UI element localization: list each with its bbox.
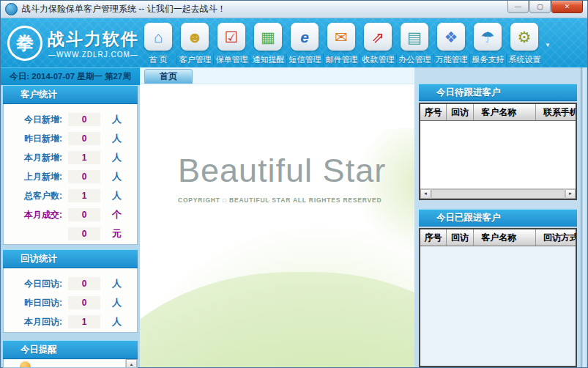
stat-label: 本月成交:: [4, 209, 62, 221]
table-header-row: 序号 回访 客户名称 联系手机: [420, 104, 576, 121]
scrollbar-thumb[interactable]: [431, 189, 565, 199]
title-bar: 战斗力保险保单客户管理系统 -- 让我们一起去战斗！ — ▢ ✕: [1, 1, 587, 18]
nav-label: 系统设置: [506, 54, 543, 65]
right-column: 今日待跟进客户 序号 回访 客户名称 联系手机 ◄ ► 今日已跟进客户: [414, 67, 581, 367]
nav-label: 邮件管理: [323, 54, 360, 65]
nav-label: 收款管理: [360, 54, 397, 65]
window-title: 战斗力保险保单客户管理系统 -- 让我们一起去战斗！: [22, 3, 226, 15]
nav-item-reminders[interactable]: ▦ 通知提醒: [250, 23, 286, 65]
watermark-title: Beautiful Star: [178, 152, 386, 190]
reminder-item-icon: [20, 361, 31, 368]
stat-label: 总客户数:: [4, 190, 62, 202]
nav-item-home[interactable]: ⌂ 首 页: [140, 23, 176, 65]
stat-value: 1: [68, 315, 100, 328]
scroll-up-icon[interactable]: ▲: [126, 359, 137, 368]
stat-label: 昨日新增:: [4, 133, 62, 145]
stat-value: 1: [68, 151, 100, 164]
pending-table-body: [420, 121, 576, 188]
stat-unit: 人: [112, 113, 122, 126]
watermark: Beautiful Star COPYRIGHT □ BEAUTIFUL STA…: [178, 152, 386, 204]
stat-value: 0: [68, 113, 100, 126]
date-bar: 今日: 2014-07-07 星期一 第27周: [1, 67, 140, 85]
window-frame-edge: [581, 67, 587, 367]
nav-item-office[interactable]: ▤ 办公管理: [396, 23, 433, 65]
stat-value: 0: [68, 208, 100, 221]
customer-stats-header: 客户统计: [3, 85, 138, 104]
nav-label: 保单管理: [213, 54, 250, 65]
scroll-left-icon[interactable]: ◄: [420, 189, 431, 199]
column-header: 回访: [447, 229, 474, 246]
visit-stats-header: 回访统计: [3, 249, 138, 268]
stat-row: 本月回访: 1 人: [4, 312, 137, 331]
stat-row: 上月新增: 0 人: [4, 167, 137, 186]
stat-row: 今日回访: 0 人: [4, 274, 137, 293]
left-column: 今日: 2014-07-07 星期一 第27周 客户统计 今日新增: 0 人 昨…: [1, 67, 140, 367]
followed-table-body: [420, 246, 576, 366]
nav-item-sms[interactable]: e 短信管理: [286, 23, 323, 65]
app-header: 拳 战斗力软件 —WWW.ZDLRJ.COM— ⌂ 首 页 ☻ 客户管理 ☑ 保…: [1, 18, 587, 67]
scroll-right-icon[interactable]: ►: [565, 189, 576, 199]
customers-icon: ☻: [181, 23, 209, 51]
followed-customers-header: 今日已跟进客户: [419, 209, 577, 227]
nav-item-universal[interactable]: ❖ 万能管理: [433, 23, 469, 65]
nav-label: 通知提醒: [250, 54, 287, 65]
stat-unit: 个: [112, 208, 122, 221]
nav-item-email[interactable]: ✉ 邮件管理: [323, 23, 360, 65]
nav-label: 首 页: [140, 54, 176, 65]
home-content: Beautiful Star COPYRIGHT □ BEAUTIFUL STA…: [140, 84, 414, 367]
maximize-button[interactable]: ▢: [529, 1, 551, 13]
brand-area: 拳 战斗力软件 —WWW.ZDLRJ.COM—: [1, 18, 140, 67]
nav-item-customers[interactable]: ☻ 客户管理: [176, 23, 213, 65]
chart-icon: ⇗: [364, 23, 392, 51]
stat-unit: 人: [112, 170, 122, 183]
pending-customers-header: 今日待跟进客户: [419, 84, 577, 101]
sidebar: 客户统计 今日新增: 0 人 昨日新增: 0 人 本月新增: 1: [1, 85, 140, 367]
column-header: 客户名称: [474, 229, 536, 246]
main-row: 今日: 2014-07-07 星期一 第27周 客户统计 今日新增: 0 人 昨…: [1, 67, 587, 367]
stat-row: 本月成交: 0 个: [4, 205, 137, 224]
stat-unit: 人: [112, 132, 122, 145]
stat-value: 0: [68, 170, 100, 183]
stat-label: 本月回访:: [4, 316, 62, 328]
stat-row: 昨日回访: 0 人: [4, 293, 137, 312]
policy-check-icon: ☑: [217, 23, 245, 51]
support-ball-icon: ☂: [474, 23, 502, 51]
app-logo-icon: [5, 3, 18, 15]
nav-label: 万能管理: [433, 54, 470, 65]
stat-unit: 人: [112, 151, 122, 164]
stat-unit: 人: [112, 296, 122, 309]
column-header: 回访: [447, 104, 474, 120]
stat-unit: 人: [112, 277, 122, 290]
center-column: 首页 Beautiful Star COPYRIGHT □ BEAUTIFUL …: [140, 67, 414, 367]
nav-item-support[interactable]: ☂ 服务支持: [469, 23, 506, 65]
nav-more-caret-icon[interactable]: ▼: [545, 42, 551, 48]
stat-label: 昨日回访:: [4, 297, 62, 309]
tab-home[interactable]: 首页: [144, 69, 193, 84]
minimize-button[interactable]: —: [507, 1, 529, 13]
stat-unit: 人: [112, 315, 122, 328]
stat-label: 上月新增:: [4, 171, 62, 183]
stat-value: 0: [68, 227, 100, 240]
column-header: 序号: [420, 104, 447, 120]
nav-item-policies[interactable]: ☑ 保单管理: [213, 23, 250, 65]
mail-icon: ✉: [327, 23, 355, 51]
stat-value: 1: [68, 189, 100, 202]
stat-label: 本月新增:: [4, 152, 62, 164]
close-button[interactable]: ✕: [551, 1, 583, 13]
computer-icon: ❖: [437, 23, 465, 51]
stat-row: 本月新增: 1 人: [4, 148, 137, 167]
main-nav: ⌂ 首 页 ☻ 客户管理 ☑ 保单管理 ▦ 通知提醒 e 短信管理 ✉ 邮件管理: [140, 18, 587, 67]
brand-name: 战斗力软件: [48, 28, 139, 51]
monitor-icon: ▤: [401, 23, 428, 51]
stat-row: 0 元: [4, 224, 137, 243]
watermark-copyright: COPYRIGHT □ BEAUTIFUL STAR ALL RIGHTES R…: [178, 196, 386, 204]
horizontal-scrollbar[interactable]: ◄ ►: [420, 188, 576, 199]
stat-row: 今日新增: 0 人: [4, 110, 137, 129]
column-header: 客户名称: [474, 104, 536, 120]
app-window: 战斗力保险保单客户管理系统 -- 让我们一起去战斗！ — ▢ ✕ 拳 战斗力软件…: [0, 0, 588, 368]
reminder-scrollbar[interactable]: ▲: [125, 359, 137, 367]
tab-bar: 首页: [140, 67, 414, 84]
nav-item-settings[interactable]: ⚙ 系统设置: [506, 23, 543, 65]
nav-item-payments[interactable]: ⇗ 收款管理: [360, 23, 396, 65]
stat-value: 0: [68, 132, 100, 145]
